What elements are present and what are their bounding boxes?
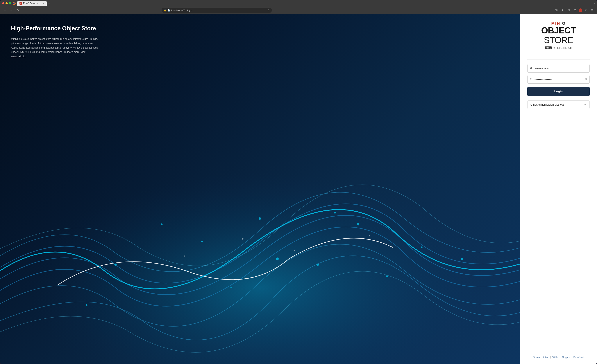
footer-links: Documentation | GitHub | Support | Downl…	[533, 350, 584, 358]
hero-headline: High-Performance Object Store	[11, 25, 512, 32]
hero-body: MinIO is a cloud-native object store bui…	[11, 37, 99, 59]
url-input[interactable]	[171, 9, 266, 12]
shield-button[interactable]	[572, 8, 578, 13]
password-wrapper	[527, 75, 590, 83]
security-icon: 🔒	[164, 9, 166, 12]
svg-point-14	[421, 247, 422, 248]
auth-chevron-icon	[584, 103, 587, 106]
forward-button[interactable]: →	[9, 8, 14, 13]
wave-container	[0, 154, 520, 364]
tab-dropdown-button[interactable]: ▾	[594, 2, 595, 5]
other-auth-methods[interactable]: Other Authentication Methods	[527, 100, 590, 109]
nav-bar: ← → ↻ 🔒 📄 ☆ U W	[0, 7, 597, 14]
svg-point-26	[242, 238, 243, 240]
tab-favicon: M	[19, 2, 22, 5]
svg-point-11	[201, 241, 203, 243]
tab-title: MinIO Console	[23, 2, 38, 5]
user-icon	[530, 67, 533, 70]
password-input[interactable]	[534, 78, 582, 81]
address-bar: 🔒 📄 ☆	[162, 8, 272, 13]
svg-text:M: M	[20, 3, 21, 4]
sep-1: |	[550, 356, 551, 358]
active-tab[interactable]: M MinIO Console ×	[17, 1, 47, 6]
svg-point-23	[184, 256, 185, 257]
new-tab-button[interactable]: +	[47, 2, 52, 5]
license-label: LICENSE	[557, 46, 572, 50]
logo-divider	[527, 60, 590, 60]
login-panel: MINIO OBJECT STORE AGPL v3 LICENSE	[520, 14, 597, 364]
bookmark-icon[interactable]: ☆	[267, 9, 270, 12]
svg-point-10	[114, 264, 117, 266]
sep-3: |	[572, 356, 572, 358]
agpl-logo: AGPL	[545, 46, 552, 49]
firefox-icon	[13, 2, 16, 5]
lock-icon	[530, 77, 533, 81]
close-button[interactable]	[2, 2, 4, 4]
documentation-link[interactable]: Documentation	[533, 356, 549, 358]
github-link[interactable]: GitHub	[552, 356, 559, 358]
svg-point-15	[86, 304, 87, 306]
svg-point-12	[276, 258, 279, 260]
minimize-button[interactable]	[6, 2, 8, 4]
wordmark-button[interactable]: W	[583, 8, 589, 13]
svg-point-25	[369, 235, 370, 236]
maximize-button[interactable]	[9, 2, 11, 4]
svg-point-20	[161, 223, 163, 225]
sep-2: |	[560, 356, 561, 358]
svg-rect-4	[555, 9, 557, 11]
agpl-badge: AGPL v3 LICENSE	[527, 46, 590, 50]
download-button[interactable]	[560, 8, 565, 13]
hero-link[interactable]: www.min.io	[11, 55, 25, 58]
other-auth-label: Other Authentication Methods	[530, 103, 564, 106]
brand-io: IO	[560, 21, 566, 26]
svg-point-27	[531, 67, 532, 68]
svg-point-17	[316, 264, 319, 266]
refresh-button[interactable]: ↻	[16, 8, 20, 13]
title-bar: M MinIO Console × + ▾	[0, 0, 597, 7]
menu-button[interactable]	[590, 8, 595, 13]
page-icon: 📄	[167, 9, 170, 12]
svg-point-24	[294, 250, 295, 251]
svg-point-21	[259, 217, 261, 220]
username-input[interactable]	[534, 67, 587, 70]
support-link[interactable]: Support	[562, 356, 571, 358]
brand-object: OBJECT	[541, 25, 576, 35]
download-link[interactable]: Download	[573, 356, 584, 358]
traffic-lights	[2, 2, 11, 4]
username-wrapper	[527, 64, 590, 73]
login-form: Login	[527, 64, 590, 96]
logo-section: MINIO OBJECT STORE AGPL v3 LICENSE	[527, 21, 590, 50]
brand-store: STORE	[544, 35, 573, 45]
back-button[interactable]: ←	[2, 8, 7, 13]
svg-text:W: W	[585, 9, 587, 11]
svg-rect-28	[530, 79, 532, 80]
hero-text: High-Performance Object Store MinIO is a…	[11, 25, 512, 59]
user-avatar[interactable]: U	[579, 8, 582, 12]
share-button[interactable]	[566, 8, 571, 13]
brand-min: MIN	[551, 21, 560, 26]
pocket-button[interactable]	[554, 8, 559, 13]
browser-content: High-Performance Object Store MinIO is a…	[0, 14, 597, 364]
browser-window: M MinIO Console × + ▾ ← → ↻ 🔒 📄 ☆	[0, 0, 597, 364]
svg-point-16	[230, 287, 232, 288]
login-button[interactable]: Login	[527, 87, 590, 96]
svg-point-19	[461, 258, 463, 260]
brand-name: MINIO	[527, 21, 590, 26]
svg-point-22	[334, 212, 336, 214]
nav-toolbar: U W	[554, 8, 595, 13]
svg-point-18	[386, 275, 388, 277]
show-password-icon[interactable]	[584, 77, 587, 81]
hero-panel: High-Performance Object Store MinIO is a…	[0, 14, 520, 364]
brand-tagline: OBJECT STORE	[527, 26, 590, 45]
tab-bar: M MinIO Console × +	[17, 1, 592, 6]
agpl-version: v3	[552, 47, 555, 49]
svg-point-13	[357, 223, 359, 226]
tab-close-button[interactable]: ×	[43, 2, 45, 5]
